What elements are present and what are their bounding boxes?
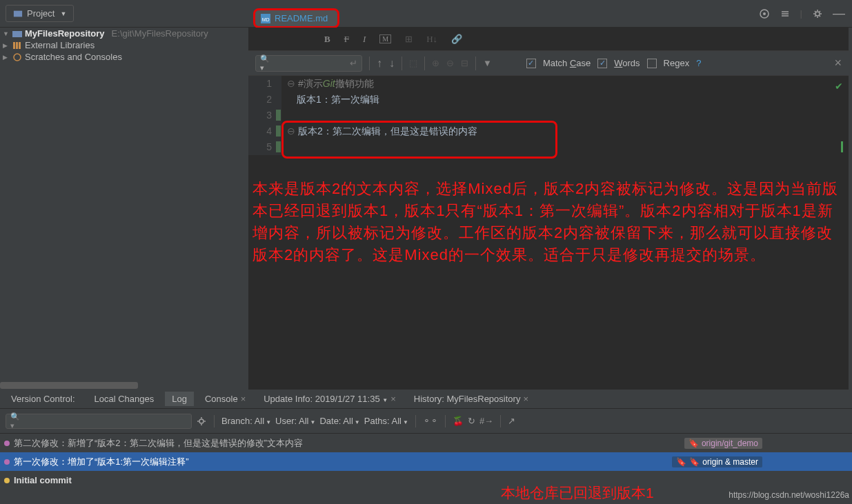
- svg-rect-8: [16, 42, 18, 49]
- match-case-checkbox[interactable]: ✓: [526, 59, 536, 68]
- bottom-panel: Version Control: Local Changes Log Conso…: [0, 390, 852, 504]
- words-label: Words: [614, 58, 640, 68]
- open-new-tab-icon[interactable]: ↗: [508, 416, 515, 426]
- log-search[interactable]: 🔍▾: [6, 414, 192, 429]
- top-toolbar: Project ▼ | —: [0, 0, 852, 28]
- target-icon[interactable]: [759, 8, 770, 19]
- commit-dot-icon: [4, 459, 10, 465]
- code-line-4: 版本2：第二次编辑，但是这是错误的内容: [298, 123, 477, 139]
- commit-row[interactable]: Initial commit: [0, 471, 852, 490]
- prev-match-button[interactable]: ↑: [377, 57, 382, 70]
- search-icon: 🔍▾: [10, 412, 23, 430]
- commit-list: 第二次修改：新增了“版本2：第二次编辑，但是这是错误的修改”文本内容 🔖orig…: [0, 434, 852, 490]
- close-icon[interactable]: ×: [241, 394, 246, 404]
- separator: [475, 57, 476, 70]
- select-all-icon[interactable]: ⬚: [409, 58, 417, 68]
- paths-filter[interactable]: Paths: All▼: [364, 416, 408, 426]
- separator: [402, 57, 402, 70]
- tab-console[interactable]: Console×: [198, 392, 252, 406]
- table-button[interactable]: ⊞: [405, 34, 413, 45]
- tab-update-info[interactable]: Update Info: 2019/1/27 11:35 ▼×: [257, 392, 403, 406]
- heading-button[interactable]: H↓: [426, 34, 437, 45]
- chevron-right-icon[interactable]: ▶: [3, 54, 10, 61]
- remove-selection-icon[interactable]: ⊖: [446, 58, 454, 68]
- user-filter[interactable]: User: All▼: [275, 416, 315, 426]
- collapse-icon[interactable]: [780, 8, 791, 19]
- svg-rect-9: [19, 42, 21, 49]
- refresh-icon[interactable]: ↻: [468, 416, 475, 426]
- version-control-title: Version Control:: [3, 392, 83, 406]
- watermark: https://blog.csdn.net/woshi1226a: [729, 490, 849, 500]
- svg-point-10: [14, 54, 21, 61]
- find-input[interactable]: [274, 58, 350, 68]
- bold-button[interactable]: B: [324, 34, 330, 45]
- code-button[interactable]: M: [379, 34, 391, 43]
- project-label-text: Project: [27, 8, 55, 19]
- next-match-button[interactable]: ↓: [389, 57, 395, 70]
- find-input-wrapper[interactable]: 🔍▾ ↵: [255, 55, 362, 72]
- editor-tab-readme[interactable]: MD README.md: [253, 8, 339, 28]
- find-bar: 🔍▾ ↵ ↑ ↓ ⬚ ⊕ ⊖ ⊟ ▼ ✓ Match Case ✓ Words …: [248, 51, 849, 76]
- separator: [369, 57, 370, 70]
- markdown-icon: MD: [261, 14, 270, 23]
- commit-message: 第一次修改：增加了“版本1:第一次编辑注释”: [14, 456, 189, 468]
- chevron-down-icon[interactable]: ▼: [3, 30, 10, 37]
- select-all-occur-icon[interactable]: ⊟: [461, 58, 468, 68]
- close-icon[interactable]: ×: [390, 394, 396, 404]
- horizontal-scrollbar[interactable]: [0, 381, 248, 390]
- tree-root-name[interactable]: MyFilesRepository: [25, 28, 105, 39]
- svg-rect-6: [12, 31, 22, 37]
- branch-tag[interactable]: 🔖🔖origin & master: [672, 456, 762, 467]
- regex-checkbox[interactable]: [647, 59, 657, 68]
- project-dropdown[interactable]: Project ▼: [6, 5, 74, 22]
- tree-external-libs[interactable]: External Libraries: [25, 40, 95, 50]
- enter-icon: ↵: [350, 58, 357, 68]
- editor: B F I M ⊞ H↓ 🔗 🔍▾ ↵ ↑ ↓ ⬚ ⊕ ⊖ ⊟ ▼ ✓ Matc…: [248, 28, 849, 390]
- project-icon: [13, 9, 23, 19]
- commit-dot-icon: [4, 441, 10, 446]
- svg-rect-0: [14, 10, 22, 17]
- date-filter[interactable]: Date: All▼: [319, 416, 359, 426]
- intellisort-icon[interactable]: ⚬⚬: [423, 416, 438, 426]
- panel-tabs: Version Control: Local Changes Log Conso…: [0, 390, 852, 409]
- markdown-toolbar: B F I M ⊞ H↓ 🔗: [248, 28, 849, 51]
- link-button[interactable]: 🔗: [451, 34, 462, 45]
- branch-filter[interactable]: Branch: All▼: [221, 416, 271, 426]
- chevron-right-icon[interactable]: ▶: [3, 42, 10, 49]
- svg-point-2: [763, 12, 766, 15]
- close-icon[interactable]: ×: [523, 394, 528, 404]
- commit-row[interactable]: 第一次修改：增加了“版本1:第一次编辑注释” 🔖🔖origin & master: [0, 452, 852, 471]
- svg-text:MD: MD: [262, 17, 270, 21]
- library-icon: [12, 41, 22, 50]
- tree-scratches[interactable]: Scratches and Consoles: [25, 52, 122, 62]
- branch-tag[interactable]: 🔖origin/git_demo: [684, 438, 762, 449]
- log-search-input[interactable]: [26, 416, 187, 426]
- gear-icon[interactable]: [812, 8, 823, 19]
- add-selection-icon[interactable]: ⊕: [432, 58, 439, 68]
- cherry-pick-icon[interactable]: 🍒: [453, 416, 464, 426]
- goto-hash-icon[interactable]: #→: [479, 416, 493, 426]
- strikethrough-button[interactable]: F: [344, 34, 349, 45]
- help-link[interactable]: ?: [696, 58, 701, 68]
- gear-icon[interactable]: [196, 416, 207, 427]
- svg-point-3: [815, 12, 820, 16]
- commit-message: Initial commit: [14, 475, 72, 485]
- chevron-down-icon: ▼: [60, 10, 66, 17]
- tab-history[interactable]: History: MyFilesRepository×: [407, 392, 535, 406]
- words-checkbox[interactable]: ✓: [597, 59, 607, 68]
- bottom-annotation: 本地仓库已回退到版本1: [501, 483, 654, 503]
- italic-button[interactable]: I: [363, 34, 366, 45]
- regex-label: Regex: [664, 58, 690, 68]
- commit-row[interactable]: 第二次修改：新增了“版本2：第二次编辑，但是这是错误的修改”文本内容 🔖orig…: [0, 434, 852, 452]
- commit-message: 第二次修改：新增了“版本2：第二次编辑，但是这是错误的修改”文本内容: [14, 437, 303, 450]
- code-area[interactable]: ✔ 1⊖# 演示Git撤销功能 2版本1：第一次编辑 3 4⊖版本2：第二次编辑…: [248, 76, 849, 155]
- tree-root-path: E:\git\MyFilesRepository: [112, 28, 208, 39]
- tab-local-changes[interactable]: Local Changes: [88, 392, 161, 406]
- filter-icon[interactable]: ▼: [483, 58, 492, 68]
- close-find-button[interactable]: ×: [834, 56, 842, 70]
- minimize-icon[interactable]: —: [833, 6, 845, 21]
- tab-log[interactable]: Log: [165, 392, 194, 406]
- separator: [424, 57, 425, 70]
- code-line-2: 版本1：第一次编辑: [297, 94, 379, 105]
- log-filter-bar: 🔍▾ Branch: All▼ User: All▼ Date: All▼ Pa…: [0, 409, 852, 434]
